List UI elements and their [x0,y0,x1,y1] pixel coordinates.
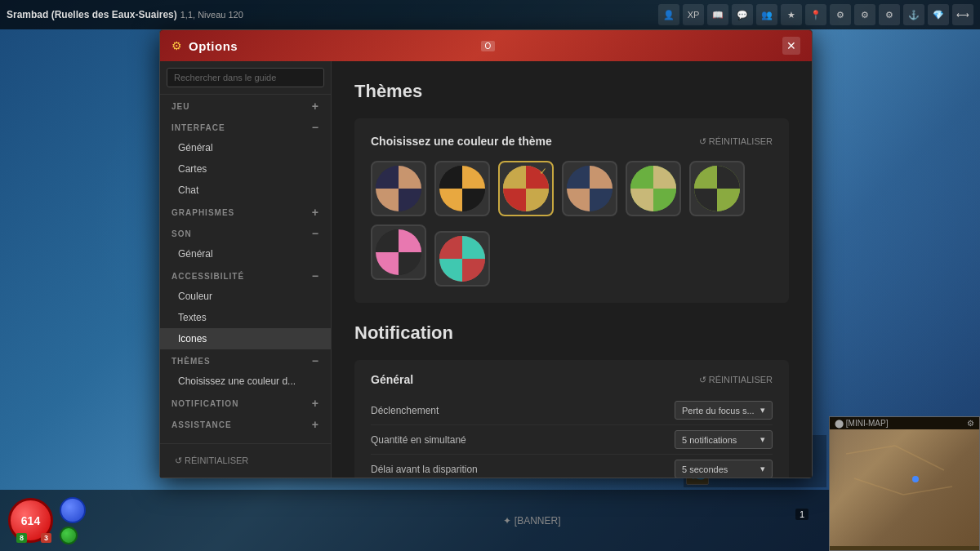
character-name: Srambad (Ruelles des Eaux-Suaires) [7,9,177,20]
icon-star[interactable]: ★ [781,4,802,25]
sidebar-item-textes[interactable]: Textes [160,307,331,328]
options-window: ⚙ Options O ✕ JEU + INTERFACE − [159,29,813,478]
sidebar-category-assistance[interactable]: ASSISTANCE + [160,413,331,434]
level-badge-8: 8 [16,533,27,543]
son-toggle-icon: − [312,228,319,239]
chevron-down-icon-0: ▾ [760,405,765,415]
selected-checkmark: ✓ [539,166,547,177]
sidebar-category-graphismes-label: GRAPHISMES [172,208,234,217]
icon-map-pin[interactable]: 📍 [805,4,826,25]
notification-card-header: Général ↺ RÉINITIALISER [371,373,773,386]
sidebar-category-themes[interactable]: THÈMES − [160,349,331,371]
icon-arrows[interactable]: ⟷ [952,4,973,25]
mini-map-settings-icon[interactable]: ⚙ [967,419,974,428]
sidebar-item-chat[interactable]: Chat [160,180,331,201]
theme-colors: ✓ [371,161,773,287]
sidebar-item-couleur[interactable]: Couleur [160,286,331,307]
icon-group[interactable]: 👥 [756,4,777,25]
icon-book[interactable]: 📖 [707,4,728,25]
mini-map: ⬤ [MINI-MAP] ⚙ [829,416,980,551]
close-button[interactable]: ✕ [782,37,800,55]
notification-section: Notification Général ↺ RÉINITIALISER Déc… [354,322,789,478]
theme-color-2[interactable] [434,161,490,216]
sidebar-category-accessibilite-label: ACCESSIBILITÉ [172,272,244,281]
theme-color-1[interactable] [371,161,426,216]
notification-select-2-value: 5 secondes [682,464,728,474]
sidebar-item-general-son[interactable]: Général [160,243,331,264]
notification-title: Notification [354,322,789,344]
notification-select-0-value: Perte du focus s... [682,406,755,415]
svg-line-11 [903,487,952,495]
theme-color-4[interactable] [562,161,617,216]
notification-card: Général ↺ RÉINITIALISER Déclenchement Pe… [354,360,789,478]
chevron-down-icon-2: ▾ [760,464,765,474]
icon-xp[interactable]: XP [683,4,704,25]
theme-reset-button[interactable]: ↺ RÉINITIALISER [699,136,773,147]
sidebar-item-cartes[interactable]: Cartes [160,158,331,180]
themes-title: Thèmes [354,81,789,102]
sidebar-search-container [160,61,331,95]
sidebar-item-icones[interactable]: Icones [160,328,331,349]
icon-anchor[interactable]: ⚓ [903,4,924,25]
assistance-toggle-icon: + [312,419,319,430]
notification-select-0[interactable]: Perte du focus s... ▾ [675,401,773,420]
window-title: Options [189,39,476,53]
theme-color-6[interactable] [689,161,745,216]
jeu-toggle-icon: + [312,100,319,112]
notification-card-title: Général [371,373,413,386]
notification-label-1: Quantité en simultané [371,434,466,446]
notification-row-0: Déclenchement Perte du focus s... ▾ [371,396,773,425]
theme-color-7[interactable] [371,224,426,280]
sidebar-category-son-label: SON [172,229,192,238]
level-badge-3: 3 [41,533,51,543]
main-content: Thèmes Choisissez une couleur de thème ↺… [332,61,812,478]
icon-gear2[interactable]: ⚙ [879,4,900,25]
theme-color-8[interactable] [434,231,490,287]
sidebar-category-notification-label: NOTIFICATION [172,399,238,408]
notification-row-1: Quantité en simultané 5 notifications ▾ [371,425,773,455]
inv-num: 1 [800,509,804,519]
icon-diamond[interactable]: 💎 [928,4,949,25]
sidebar-category-jeu[interactable]: JEU + [160,95,331,116]
sidebar-category-notification[interactable]: NOTIFICATION + [160,392,331,413]
icon-portrait[interactable]: 👤 [658,4,679,25]
themes-toggle-icon: − [312,355,319,367]
sidebar-category-jeu-label: JEU [172,102,189,111]
notification-select-1[interactable]: 5 notifications ▾ [675,430,773,449]
notification-label-0: Déclenchement [371,405,439,416]
notification-label-2: Délai avant la disparition [371,464,478,475]
mini-map-content [830,429,979,546]
svg-line-8 [846,446,895,454]
search-input[interactable] [167,68,324,87]
notification-select-2[interactable]: 5 secondes ▾ [675,460,773,478]
sidebar-items: JEU + INTERFACE − Général Cartes Chat GR… [160,95,331,443]
chevron-down-icon-1: ▾ [760,434,765,445]
sidebar-item-choisissez-couleur[interactable]: Choisissez une couleur d... [160,371,331,392]
mini-map-header: ⬤ [MINI-MAP] ⚙ [830,417,979,429]
notification-select-1-value: 5 notifications [682,435,737,445]
sidebar-reset-button[interactable]: ↺ RÉINITIALISER [168,452,255,469]
window-titlebar: ⚙ Options O ✕ [160,30,812,61]
sidebar-category-interface[interactable]: INTERFACE − [160,116,331,137]
top-bar: Srambad (Ruelles des Eaux-Suaires) 1,1, … [0,0,980,29]
theme-section-label: Choisissez une couleur de thème [371,135,552,148]
notification-toggle-icon: + [312,398,319,409]
gear-icon: ⚙ [172,39,182,52]
icon-settings3[interactable]: ⚙ [854,4,875,25]
theme-section: Choisissez une couleur de thème ↺ RÉINIT… [354,118,789,303]
sidebar-category-interface-label: INTERFACE [172,123,225,132]
sidebar-footer: ↺ RÉINITIALISER [160,443,331,478]
icon-settings2[interactable]: ⚙ [830,4,851,25]
sidebar-category-son[interactable]: SON − [160,222,331,243]
theme-color-3[interactable]: ✓ [498,161,554,216]
theme-color-5[interactable] [626,161,681,216]
sidebar-category-graphismes[interactable]: GRAPHISMES + [160,201,331,222]
sidebar-category-accessibilite[interactable]: ACCESSIBILITÉ − [160,264,331,286]
notification-reset-button[interactable]: ↺ RÉINITIALISER [699,375,773,385]
health-value: 614 [21,514,40,527]
theme-section-header: Choisissez une couleur de thème ↺ RÉINIT… [371,135,773,148]
character-info: 1,1, Niveau 120 [180,10,243,20]
icon-chat-bubble[interactable]: 💬 [732,4,753,25]
sidebar-category-themes-label: THÈMES [172,357,211,366]
sidebar-item-general-interface[interactable]: Général [160,137,331,158]
